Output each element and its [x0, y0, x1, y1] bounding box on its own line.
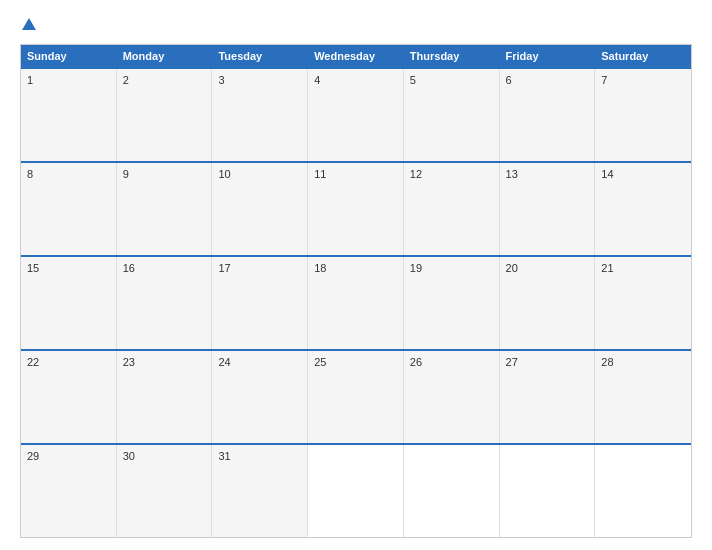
day-cell-empty — [404, 445, 500, 537]
day-cell-14: 14 — [595, 163, 691, 255]
day-cell-30: 30 — [117, 445, 213, 537]
day-cell-13: 13 — [500, 163, 596, 255]
day-number: 13 — [506, 168, 589, 180]
day-number: 5 — [410, 74, 493, 86]
day-cell-12: 12 — [404, 163, 500, 255]
day-number: 1 — [27, 74, 110, 86]
week-row-3: 15161718192021 — [21, 255, 691, 349]
day-cell-24: 24 — [212, 351, 308, 443]
day-cell-23: 23 — [117, 351, 213, 443]
day-cell-17: 17 — [212, 257, 308, 349]
day-number: 14 — [601, 168, 685, 180]
day-number: 10 — [218, 168, 301, 180]
day-header-friday: Friday — [500, 45, 596, 67]
day-number: 20 — [506, 262, 589, 274]
day-cell-5: 5 — [404, 69, 500, 161]
day-number: 15 — [27, 262, 110, 274]
day-number: 25 — [314, 356, 397, 368]
week-row-2: 891011121314 — [21, 161, 691, 255]
day-cell-9: 9 — [117, 163, 213, 255]
day-cell-25: 25 — [308, 351, 404, 443]
day-cell-16: 16 — [117, 257, 213, 349]
day-cell-1: 1 — [21, 69, 117, 161]
day-cell-3: 3 — [212, 69, 308, 161]
week-row-4: 22232425262728 — [21, 349, 691, 443]
day-header-sunday: Sunday — [21, 45, 117, 67]
day-number: 28 — [601, 356, 685, 368]
day-cell-empty — [308, 445, 404, 537]
day-header-thursday: Thursday — [404, 45, 500, 67]
calendar-header-row: SundayMondayTuesdayWednesdayThursdayFrid… — [21, 45, 691, 67]
week-row-1: 1234567 — [21, 67, 691, 161]
day-number: 12 — [410, 168, 493, 180]
day-header-tuesday: Tuesday — [212, 45, 308, 67]
day-cell-27: 27 — [500, 351, 596, 443]
day-cell-21: 21 — [595, 257, 691, 349]
day-number: 9 — [123, 168, 206, 180]
day-cell-2: 2 — [117, 69, 213, 161]
day-number: 6 — [506, 74, 589, 86]
day-cell-11: 11 — [308, 163, 404, 255]
day-number: 22 — [27, 356, 110, 368]
day-number: 24 — [218, 356, 301, 368]
day-cell-10: 10 — [212, 163, 308, 255]
day-cell-empty — [595, 445, 691, 537]
logo-triangle-icon — [22, 18, 36, 30]
day-number: 30 — [123, 450, 206, 462]
day-cell-15: 15 — [21, 257, 117, 349]
day-cell-4: 4 — [308, 69, 404, 161]
page-header — [20, 18, 692, 32]
day-number: 19 — [410, 262, 493, 274]
day-cell-6: 6 — [500, 69, 596, 161]
day-number: 31 — [218, 450, 301, 462]
day-number: 16 — [123, 262, 206, 274]
day-header-wednesday: Wednesday — [308, 45, 404, 67]
day-cell-28: 28 — [595, 351, 691, 443]
day-cell-29: 29 — [21, 445, 117, 537]
day-number: 8 — [27, 168, 110, 180]
day-number: 4 — [314, 74, 397, 86]
day-number: 23 — [123, 356, 206, 368]
day-number: 21 — [601, 262, 685, 274]
day-cell-7: 7 — [595, 69, 691, 161]
day-cell-22: 22 — [21, 351, 117, 443]
day-number: 17 — [218, 262, 301, 274]
calendar-page: SundayMondayTuesdayWednesdayThursdayFrid… — [0, 0, 712, 550]
day-number: 3 — [218, 74, 301, 86]
logo — [20, 18, 37, 32]
day-header-monday: Monday — [117, 45, 213, 67]
day-cell-19: 19 — [404, 257, 500, 349]
day-number: 7 — [601, 74, 685, 86]
day-number: 18 — [314, 262, 397, 274]
day-number: 29 — [27, 450, 110, 462]
day-cell-26: 26 — [404, 351, 500, 443]
day-number: 11 — [314, 168, 397, 180]
day-number: 27 — [506, 356, 589, 368]
calendar-grid: SundayMondayTuesdayWednesdayThursdayFrid… — [20, 44, 692, 538]
week-row-5: 293031 — [21, 443, 691, 537]
day-cell-8: 8 — [21, 163, 117, 255]
day-cell-18: 18 — [308, 257, 404, 349]
day-cell-empty — [500, 445, 596, 537]
day-cell-20: 20 — [500, 257, 596, 349]
day-number: 26 — [410, 356, 493, 368]
day-header-saturday: Saturday — [595, 45, 691, 67]
day-number: 2 — [123, 74, 206, 86]
day-cell-31: 31 — [212, 445, 308, 537]
